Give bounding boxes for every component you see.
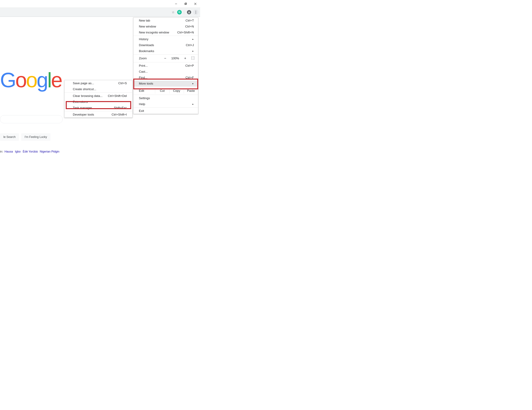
submenu-clear-data[interactable]: Clear browsing data...Ctrl+Shift+Del [65,93,132,99]
submenu-save-page[interactable]: Save page as...Ctrl+S [65,80,132,86]
zoom-label: Zoom [139,56,147,60]
search-buttons: le Search I'm Feeling Lucky [0,133,50,141]
menu-bookmarks[interactable]: Bookmarks [133,48,198,54]
menu-zoom: Zoom − 100% + [133,55,198,62]
menu-edit-row: Edit Cut Copy Paste [133,87,198,94]
menu-downloads[interactable]: DownloadsCtrl+J [133,42,198,48]
edit-label: Edit [139,89,155,93]
chrome-menu-button[interactable] [193,9,199,15]
submenu-dev-tools[interactable]: Developer toolsCtrl+Shift+I [65,112,132,118]
cut-button[interactable]: Cut [155,88,169,93]
menu-more-tools[interactable]: More tools [133,81,198,86]
menu-history[interactable]: History [133,36,198,42]
google-search-button[interactable]: le Search [0,133,19,141]
submenu-create-shortcut[interactable]: Create shortcut... [65,86,132,92]
bookmark-star-icon[interactable]: ☆ [171,9,176,15]
menu-separator [65,111,132,111]
fullscreen-icon[interactable] [191,56,195,60]
close-button[interactable] [190,0,200,8]
menu-separator [133,87,198,87]
google-logo: Google [0,68,62,92]
language-prefix: in: [0,150,4,153]
lang-link[interactable]: Èdè Yorùbá [23,150,38,153]
menu-separator [133,54,198,55]
search-input[interactable] [0,115,63,123]
profile-avatar-icon[interactable] [186,9,192,15]
submenu-task-manager[interactable]: Task managerShift+Esc [65,105,132,111]
extension-badge-icon[interactable]: G [177,10,182,14]
menu-separator [133,107,198,108]
lang-link[interactable]: Nigerian Pidgin [40,150,59,153]
menu-separator [133,62,198,62]
chrome-main-menu: New tabCtrl+T New windowCtrl+N New incog… [133,17,198,114]
svg-rect-1 [185,3,186,5]
copy-button[interactable]: Copy [169,88,184,93]
menu-exit[interactable]: Exit [133,108,198,114]
language-row: in: Hausa Igbo Èdè Yorùbá Nigerian Pidgi… [0,150,60,153]
menu-new-tab[interactable]: New tabCtrl+T [133,18,198,23]
zoom-in-button[interactable]: + [184,56,187,60]
lang-link[interactable]: Hausa [4,150,13,153]
paste-button[interactable]: Paste [184,88,198,93]
zoom-value: 100% [171,56,179,60]
feeling-lucky-button[interactable]: I'm Feeling Lucky [21,133,50,141]
menu-new-incognito[interactable]: New incognito windowCtrl+Shift+N [133,29,198,35]
menu-cast[interactable]: Cast... [133,69,198,75]
menu-find[interactable]: Find...Ctrl+F [133,75,198,81]
svg-point-5 [189,11,190,12]
maximize-button[interactable] [181,0,190,8]
toolbar-divider [184,10,184,14]
menu-help[interactable]: Help [133,101,198,107]
svg-rect-2 [185,3,187,4]
menu-settings[interactable]: Settings [133,95,198,101]
menu-print[interactable]: Print...Ctrl+P [133,63,198,69]
menu-new-window[interactable]: New windowCtrl+N [133,23,198,29]
submenu-extensions[interactable]: Extensions [65,99,132,105]
lang-link[interactable]: Igbo [15,150,20,153]
more-tools-submenu: Save page as...Ctrl+S Create shortcut...… [64,80,133,118]
zoom-out-button[interactable]: − [163,56,167,60]
window-titlebar [0,0,200,8]
minimize-button[interactable] [171,0,181,8]
browser-toolbar: ☆ G [0,8,200,17]
